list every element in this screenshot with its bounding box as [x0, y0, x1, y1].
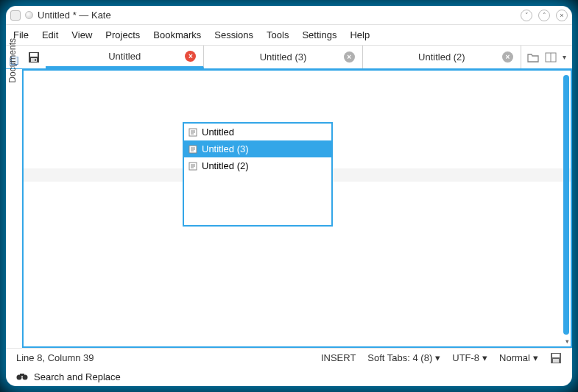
tab-untitled[interactable]: Untitled × [46, 46, 204, 68]
bottom-panel: Search and Replace [6, 367, 572, 386]
tab-untitled-3[interactable]: Untitled (3) × [204, 46, 362, 68]
highlight-mode[interactable]: Normal▾ [499, 352, 538, 363]
encoding-selector[interactable]: UTF-8▾ [452, 352, 487, 363]
switcher-item[interactable]: Untitled (2) [184, 157, 331, 174]
menu-sessions[interactable]: Sessions [214, 29, 253, 40]
status-bar: Line 8, Column 39 INSERT Soft Tabs: 4 (8… [6, 348, 572, 367]
menu-tools[interactable]: Tools [267, 29, 289, 40]
svg-rect-25 [20, 374, 24, 376]
svg-rect-3 [30, 53, 38, 57]
documents-sidebar-label[interactable]: Documents [7, 38, 18, 83]
menu-settings[interactable]: Settings [302, 29, 336, 40]
titlebar: Untitled * — Kate ˅ ˄ × [6, 6, 572, 25]
chevron-down-icon: ▾ [435, 352, 440, 363]
text-editor[interactable]: ▾ Untitled Untitled (3) Untitled (2) [22, 69, 572, 348]
minimize-button[interactable]: ˅ [521, 10, 532, 21]
switcher-item-label: Untitled (3) [202, 143, 249, 154]
document-icon [188, 145, 197, 154]
tab-bar: Untitled × Untitled (3) × Untitled (2) ×… [6, 46, 572, 69]
binoculars-icon [16, 372, 28, 381]
menu-bookmarks[interactable]: Bookmarks [153, 29, 201, 40]
menu-help[interactable]: Help [350, 29, 370, 40]
maximize-button[interactable]: ˄ [538, 10, 550, 21]
switcher-item-label: Untitled [202, 126, 234, 138]
search-replace-toggle[interactable]: Search and Replace [34, 371, 121, 382]
tab-overflow-icon[interactable]: ▾ [563, 53, 566, 61]
document-icon [188, 162, 197, 171]
chevron-down-icon: ▾ [533, 352, 538, 363]
close-tab-icon[interactable]: × [502, 51, 513, 63]
document-icon [188, 128, 197, 137]
insert-mode[interactable]: INSERT [321, 352, 356, 363]
svg-rect-22 [553, 359, 559, 363]
save-icon[interactable] [28, 51, 40, 63]
cursor-position[interactable]: Line 8, Column 39 [16, 352, 94, 363]
menubar: File Edit View Projects Bookmarks Sessio… [6, 25, 572, 46]
svg-rect-5 [35, 59, 36, 61]
save-icon[interactable] [550, 352, 562, 364]
switcher-item-label: Untitled (2) [202, 160, 249, 171]
close-tab-icon[interactable]: × [185, 51, 196, 62]
tab-untitled-2[interactable]: Untitled (2) × [363, 46, 521, 68]
open-folder-icon[interactable] [527, 51, 539, 63]
svg-rect-21 [552, 354, 560, 357]
close-window-button[interactable]: × [556, 10, 568, 21]
window-title: Untitled * — Kate [38, 10, 515, 21]
split-view-icon[interactable] [545, 51, 557, 63]
window-shade-icon[interactable] [25, 11, 33, 19]
document-switcher-popup: Untitled Untitled (3) Untitled (2) [183, 122, 333, 227]
vertical-scrollbar[interactable] [563, 75, 569, 335]
menu-projects[interactable]: Projects [105, 29, 140, 40]
switcher-item[interactable]: Untitled [184, 124, 331, 140]
tab-label: Untitled (2) [418, 51, 465, 63]
chevron-down-icon: ▾ [482, 352, 487, 363]
close-tab-icon[interactable]: × [344, 51, 355, 63]
switcher-item[interactable]: Untitled (3) [184, 140, 331, 157]
scroll-down-icon[interactable]: ▾ [565, 338, 569, 345]
menu-view[interactable]: View [71, 29, 92, 40]
tab-settings[interactable]: Soft Tabs: 4 (8)▾ [367, 352, 440, 363]
tab-label: Untitled [108, 51, 141, 62]
window-icon [10, 10, 21, 21]
menu-edit[interactable]: Edit [42, 29, 58, 40]
tab-label: Untitled (3) [260, 51, 307, 63]
